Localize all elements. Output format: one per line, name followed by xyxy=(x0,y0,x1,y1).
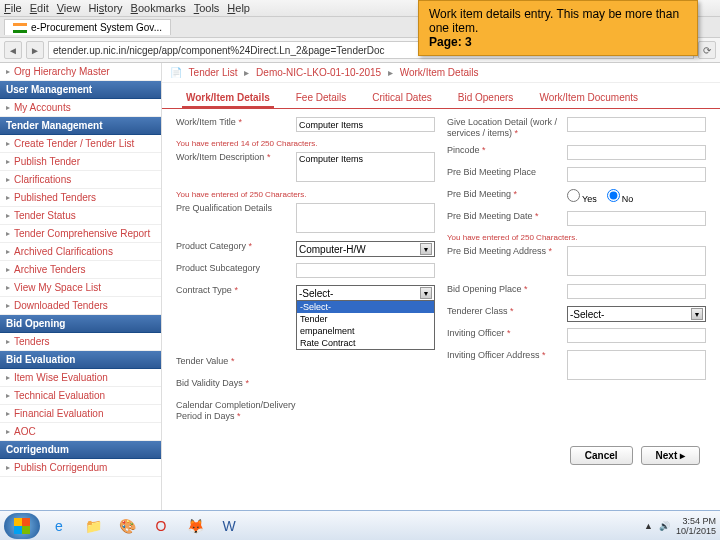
menu-history[interactable]: History xyxy=(88,2,122,14)
prebid-address-input[interactable] xyxy=(567,246,706,276)
breadcrumb-a[interactable]: Tender List xyxy=(189,67,238,78)
taskbar-firefox-icon[interactable]: 🦊 xyxy=(180,514,210,538)
form-tabs: Work/Item DetailsFee DetailsCritical Dat… xyxy=(162,83,720,109)
sidebar-item[interactable]: Published Tenders xyxy=(0,189,161,207)
sidebar-header: Corrigendum xyxy=(0,441,161,459)
reload-button[interactable]: ⟳ xyxy=(698,41,716,59)
sidebar-header: User Management xyxy=(0,81,161,99)
sidebar-item[interactable]: Tender Status xyxy=(0,207,161,225)
tab-title: e-Procurement System Gov... xyxy=(31,22,162,33)
tooltip-page: Page: 3 xyxy=(429,35,687,49)
menu-edit[interactable]: Edit xyxy=(30,2,49,14)
taskbar-opera-icon[interactable]: O xyxy=(146,514,176,538)
menu-tools[interactable]: Tools xyxy=(194,2,220,14)
char-hint-3: You have entered of 250 Characters. xyxy=(447,233,706,242)
start-button[interactable] xyxy=(4,513,40,539)
chevron-down-icon: ▼ xyxy=(420,287,432,299)
contract-type-select[interactable]: -Select-▼ -Select- Tender empanelment Ra… xyxy=(296,285,435,350)
cancel-button[interactable]: Cancel xyxy=(570,446,633,465)
option-select[interactable]: -Select- xyxy=(297,301,434,313)
breadcrumb-icon: 📄 xyxy=(170,67,182,78)
option-tender[interactable]: Tender xyxy=(297,313,434,325)
breadcrumb-b[interactable]: Demo-NIC-LKO-01-10-2015 xyxy=(256,67,381,78)
annotation-tooltip: Work item details entry. This may be mor… xyxy=(418,0,698,56)
inviting-officer-input[interactable] xyxy=(567,328,706,343)
option-empanelment[interactable]: empanelment xyxy=(297,325,434,337)
tray-flag-icon[interactable]: ▲ xyxy=(644,521,653,531)
taskbar-word-icon[interactable]: W xyxy=(214,514,244,538)
chevron-down-icon: ▼ xyxy=(420,243,432,255)
sidebar-item[interactable]: Publish Tender xyxy=(0,153,161,171)
product-subcategory-input[interactable] xyxy=(296,263,435,278)
form-tab[interactable]: Bid Openers xyxy=(454,89,518,108)
sidebar-item[interactable]: Technical Evaluation xyxy=(0,387,161,405)
sidebar-item[interactable]: Create Tender / Tender List xyxy=(0,135,161,153)
prebid-date-input[interactable] xyxy=(567,211,706,226)
menu-bookmarks[interactable]: Bookmarks xyxy=(131,2,186,14)
contract-type-options: -Select- Tender empanelment Rate Contrac… xyxy=(296,301,435,350)
work-title-input[interactable] xyxy=(296,117,435,132)
sidebar-item[interactable]: Archived Clarifications xyxy=(0,243,161,261)
sidebar-item[interactable]: Clarifications xyxy=(0,171,161,189)
sidebar-item[interactable]: Publish Corrigendum xyxy=(0,459,161,477)
sidebar-item[interactable]: Tender Comprehensive Report xyxy=(0,225,161,243)
tooltip-text: Work item details entry. This may be mor… xyxy=(429,7,687,35)
prebid-place-input[interactable] xyxy=(567,167,706,182)
form-tab[interactable]: Work/Item Documents xyxy=(535,89,642,108)
taskbar-explorer-icon[interactable]: 📁 xyxy=(78,514,108,538)
menu-help[interactable]: Help xyxy=(227,2,250,14)
char-hint-1: You have entered 14 of 250 Characters. xyxy=(176,139,435,148)
sidebar-item[interactable]: Org Hierarchy Master xyxy=(0,63,161,81)
sidebar-item[interactable]: Archive Tenders xyxy=(0,261,161,279)
sidebar-item[interactable]: Financial Evaluation xyxy=(0,405,161,423)
sidebar-header: Bid Evaluation xyxy=(0,351,161,369)
back-button[interactable]: ◄ xyxy=(4,41,22,59)
prebid-meeting-radio: YesNo xyxy=(567,189,706,204)
sidebar: Org Hierarchy MasterUser ManagementMy Ac… xyxy=(0,63,162,515)
prebid-no[interactable] xyxy=(607,189,620,202)
tenderer-class-select[interactable]: -Select-▼ xyxy=(567,306,706,322)
chevron-down-icon: ▼ xyxy=(691,308,703,320)
form-tab[interactable]: Fee Details xyxy=(292,89,351,108)
tray-network-icon[interactable]: 🔊 xyxy=(659,521,670,531)
sidebar-header: Bid Opening xyxy=(0,315,161,333)
taskbar-app-icon[interactable]: 🎨 xyxy=(112,514,142,538)
menu-view[interactable]: View xyxy=(57,2,81,14)
option-rate-contract[interactable]: Rate Contract xyxy=(297,337,434,349)
breadcrumb: 📄 Tender List ▸ Demo-NIC-LKO-01-10-2015 … xyxy=(162,63,720,83)
india-flag-icon xyxy=(13,23,27,33)
sidebar-item[interactable]: View My Space List xyxy=(0,279,161,297)
bid-opening-place-input[interactable] xyxy=(567,284,706,299)
sidebar-item[interactable]: AOC xyxy=(0,423,161,441)
char-hint-2: You have entered of 250 Characters. xyxy=(176,190,435,199)
sidebar-item[interactable]: Item Wise Evaluation xyxy=(0,369,161,387)
sidebar-item[interactable]: My Accounts xyxy=(0,99,161,117)
taskbar: e 📁 🎨 O 🦊 W ▲ 🔊 3:54 PM10/1/2015 xyxy=(0,510,720,540)
menu-file[interactable]: File xyxy=(4,2,22,14)
form-tab[interactable]: Critical Dates xyxy=(368,89,435,108)
sidebar-item[interactable]: Downloaded Tenders xyxy=(0,297,161,315)
clock[interactable]: 3:54 PM10/1/2015 xyxy=(676,516,716,536)
forward-button[interactable]: ► xyxy=(26,41,44,59)
work-desc-input[interactable]: Computer Items xyxy=(296,152,435,182)
browser-tab[interactable]: e-Procurement System Gov... xyxy=(4,19,171,35)
breadcrumb-c: Work/Item Details xyxy=(400,67,479,78)
form-tab[interactable]: Work/Item Details xyxy=(182,89,274,108)
product-category-select[interactable]: Computer-H/W▼ xyxy=(296,241,435,257)
windows-logo-icon xyxy=(14,518,30,534)
main-content: 📄 Tender List ▸ Demo-NIC-LKO-01-10-2015 … xyxy=(162,63,720,515)
next-button[interactable]: Next ▸ xyxy=(641,446,700,465)
sidebar-item[interactable]: Tenders xyxy=(0,333,161,351)
inviting-officer-address-input[interactable] xyxy=(567,350,706,380)
pincode-input[interactable] xyxy=(567,145,706,160)
prebid-yes[interactable] xyxy=(567,189,580,202)
preq-input[interactable] xyxy=(296,203,435,233)
sidebar-header: Tender Management xyxy=(0,117,161,135)
location-input[interactable] xyxy=(567,117,706,132)
taskbar-ie-icon[interactable]: e xyxy=(44,514,74,538)
system-tray: ▲ 🔊 3:54 PM10/1/2015 xyxy=(644,516,716,536)
